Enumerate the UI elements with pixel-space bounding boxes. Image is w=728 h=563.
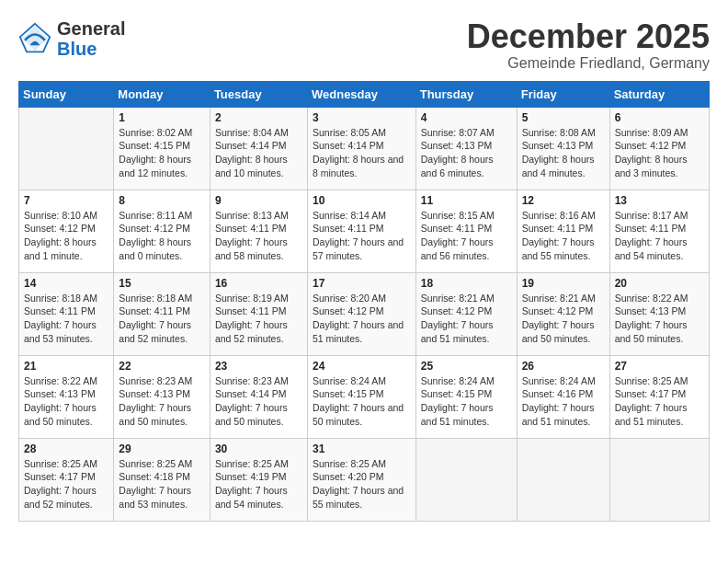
month-title: December 2025 xyxy=(467,18,710,55)
calendar-cell: 3Sunrise: 8:05 AMSunset: 4:14 PMDaylight… xyxy=(307,107,415,190)
calendar-cell: 2Sunrise: 8:04 AMSunset: 4:14 PMDaylight… xyxy=(210,107,307,190)
logo: General Blue xyxy=(18,18,125,59)
calendar-cell xyxy=(19,107,114,190)
day-info: Sunrise: 8:25 AMSunset: 4:18 PMDaylight:… xyxy=(119,457,205,511)
calendar-cell: 28Sunrise: 8:25 AMSunset: 4:17 PMDayligh… xyxy=(19,438,114,521)
calendar-week-5: 28Sunrise: 8:25 AMSunset: 4:17 PMDayligh… xyxy=(19,438,710,521)
calendar-body: 1Sunrise: 8:02 AMSunset: 4:15 PMDaylight… xyxy=(19,107,710,521)
day-number: 14 xyxy=(24,277,108,290)
day-info: Sunrise: 8:16 AMSunset: 4:11 PMDaylight:… xyxy=(522,209,605,263)
day-number: 16 xyxy=(215,277,302,290)
day-number: 24 xyxy=(313,360,411,373)
day-number: 19 xyxy=(522,277,605,290)
day-number: 15 xyxy=(119,277,205,290)
calendar-cell: 31Sunrise: 8:25 AMSunset: 4:20 PMDayligh… xyxy=(307,438,415,521)
header-day-tuesday: Tuesday xyxy=(210,81,307,107)
day-number: 12 xyxy=(522,194,605,207)
day-number: 11 xyxy=(421,194,512,207)
day-info: Sunrise: 8:05 AMSunset: 4:14 PMDaylight:… xyxy=(313,126,411,180)
day-info: Sunrise: 8:21 AMSunset: 4:12 PMDaylight:… xyxy=(421,292,512,346)
calendar-week-3: 14Sunrise: 8:18 AMSunset: 4:11 PMDayligh… xyxy=(19,272,710,355)
day-number: 7 xyxy=(24,194,108,207)
day-info: Sunrise: 8:20 AMSunset: 4:12 PMDaylight:… xyxy=(313,292,411,346)
day-number: 9 xyxy=(215,194,302,207)
day-info: Sunrise: 8:24 AMSunset: 4:15 PMDaylight:… xyxy=(421,374,512,429)
calendar-cell xyxy=(517,438,609,521)
day-info: Sunrise: 8:25 AMSunset: 4:19 PMDaylight:… xyxy=(215,457,302,511)
calendar-cell: 5Sunrise: 8:08 AMSunset: 4:13 PMDaylight… xyxy=(517,107,609,190)
day-info: Sunrise: 8:23 AMSunset: 4:14 PMDaylight:… xyxy=(215,374,302,429)
day-number: 17 xyxy=(313,277,411,290)
calendar-cell: 4Sunrise: 8:07 AMSunset: 4:13 PMDaylight… xyxy=(415,107,517,190)
day-info: Sunrise: 8:10 AMSunset: 4:12 PMDaylight:… xyxy=(24,209,108,263)
calendar-cell: 13Sunrise: 8:17 AMSunset: 4:11 PMDayligh… xyxy=(609,190,709,272)
day-number: 26 xyxy=(522,360,605,373)
day-info: Sunrise: 8:02 AMSunset: 4:15 PMDaylight:… xyxy=(119,126,205,180)
calendar-cell: 11Sunrise: 8:15 AMSunset: 4:11 PMDayligh… xyxy=(415,190,517,272)
calendar-cell xyxy=(609,438,709,521)
calendar-cell: 17Sunrise: 8:20 AMSunset: 4:12 PMDayligh… xyxy=(307,272,415,355)
day-info: Sunrise: 8:13 AMSunset: 4:11 PMDaylight:… xyxy=(215,209,302,263)
day-info: Sunrise: 8:14 AMSunset: 4:11 PMDaylight:… xyxy=(313,209,411,263)
calendar-cell: 19Sunrise: 8:21 AMSunset: 4:12 PMDayligh… xyxy=(517,272,609,355)
logo-text: General Blue xyxy=(57,18,125,59)
header-day-friday: Friday xyxy=(517,81,609,107)
day-info: Sunrise: 8:25 AMSunset: 4:17 PMDaylight:… xyxy=(615,374,704,429)
day-number: 2 xyxy=(215,111,302,124)
calendar-cell: 20Sunrise: 8:22 AMSunset: 4:13 PMDayligh… xyxy=(609,272,709,355)
day-number: 13 xyxy=(615,194,704,207)
day-info: Sunrise: 8:09 AMSunset: 4:12 PMDaylight:… xyxy=(615,126,704,180)
day-number: 1 xyxy=(119,111,205,124)
calendar-table: SundayMondayTuesdayWednesdayThursdayFrid… xyxy=(18,81,710,522)
calendar-cell: 24Sunrise: 8:24 AMSunset: 4:15 PMDayligh… xyxy=(307,355,415,438)
calendar-cell: 21Sunrise: 8:22 AMSunset: 4:13 PMDayligh… xyxy=(19,355,114,438)
page-header: General Blue December 2025 Gemeinde Frie… xyxy=(18,18,710,72)
day-number: 29 xyxy=(119,442,205,455)
calendar-cell: 8Sunrise: 8:11 AMSunset: 4:12 PMDaylight… xyxy=(114,190,210,272)
calendar-cell: 25Sunrise: 8:24 AMSunset: 4:15 PMDayligh… xyxy=(415,355,517,438)
day-info: Sunrise: 8:23 AMSunset: 4:13 PMDaylight:… xyxy=(119,374,205,429)
day-number: 18 xyxy=(421,277,512,290)
day-number: 28 xyxy=(24,442,108,455)
calendar-week-2: 7Sunrise: 8:10 AMSunset: 4:12 PMDaylight… xyxy=(19,190,710,272)
day-info: Sunrise: 8:18 AMSunset: 4:11 PMDaylight:… xyxy=(119,292,205,346)
day-info: Sunrise: 8:22 AMSunset: 4:13 PMDaylight:… xyxy=(24,374,108,429)
day-number: 20 xyxy=(615,277,704,290)
day-number: 5 xyxy=(522,111,605,124)
day-info: Sunrise: 8:22 AMSunset: 4:13 PMDaylight:… xyxy=(615,292,704,346)
day-number: 8 xyxy=(119,194,205,207)
calendar-cell: 15Sunrise: 8:18 AMSunset: 4:11 PMDayligh… xyxy=(114,272,210,355)
logo-icon xyxy=(18,22,51,55)
calendar-week-4: 21Sunrise: 8:22 AMSunset: 4:13 PMDayligh… xyxy=(19,355,710,438)
day-info: Sunrise: 8:17 AMSunset: 4:11 PMDaylight:… xyxy=(615,209,704,263)
day-info: Sunrise: 8:04 AMSunset: 4:14 PMDaylight:… xyxy=(215,126,302,180)
calendar-cell: 6Sunrise: 8:09 AMSunset: 4:12 PMDaylight… xyxy=(609,107,709,190)
calendar-cell: 1Sunrise: 8:02 AMSunset: 4:15 PMDaylight… xyxy=(114,107,210,190)
header-day-saturday: Saturday xyxy=(609,81,709,107)
header-day-sunday: Sunday xyxy=(19,81,114,107)
header-day-monday: Monday xyxy=(114,81,210,107)
calendar-cell: 7Sunrise: 8:10 AMSunset: 4:12 PMDaylight… xyxy=(19,190,114,272)
day-number: 3 xyxy=(313,111,411,124)
calendar-cell xyxy=(415,438,517,521)
day-info: Sunrise: 8:08 AMSunset: 4:13 PMDaylight:… xyxy=(522,126,605,180)
calendar-header: SundayMondayTuesdayWednesdayThursdayFrid… xyxy=(19,81,710,107)
day-info: Sunrise: 8:24 AMSunset: 4:16 PMDaylight:… xyxy=(522,374,605,429)
day-number: 21 xyxy=(24,360,108,373)
header-row: SundayMondayTuesdayWednesdayThursdayFrid… xyxy=(19,81,710,107)
calendar-cell: 30Sunrise: 8:25 AMSunset: 4:19 PMDayligh… xyxy=(210,438,307,521)
header-day-thursday: Thursday xyxy=(415,81,517,107)
calendar-cell: 26Sunrise: 8:24 AMSunset: 4:16 PMDayligh… xyxy=(517,355,609,438)
header-day-wednesday: Wednesday xyxy=(307,81,415,107)
calendar-cell: 12Sunrise: 8:16 AMSunset: 4:11 PMDayligh… xyxy=(517,190,609,272)
calendar-cell: 18Sunrise: 8:21 AMSunset: 4:12 PMDayligh… xyxy=(415,272,517,355)
day-info: Sunrise: 8:11 AMSunset: 4:12 PMDaylight:… xyxy=(119,209,205,263)
calendar-cell: 10Sunrise: 8:14 AMSunset: 4:11 PMDayligh… xyxy=(307,190,415,272)
location-subtitle: Gemeinde Friedland, Germany xyxy=(467,55,710,72)
day-info: Sunrise: 8:15 AMSunset: 4:11 PMDaylight:… xyxy=(421,209,512,263)
day-info: Sunrise: 8:18 AMSunset: 4:11 PMDaylight:… xyxy=(24,292,108,346)
calendar-cell: 27Sunrise: 8:25 AMSunset: 4:17 PMDayligh… xyxy=(609,355,709,438)
calendar-week-1: 1Sunrise: 8:02 AMSunset: 4:15 PMDaylight… xyxy=(19,107,710,190)
day-number: 30 xyxy=(215,442,302,455)
day-number: 25 xyxy=(421,360,512,373)
